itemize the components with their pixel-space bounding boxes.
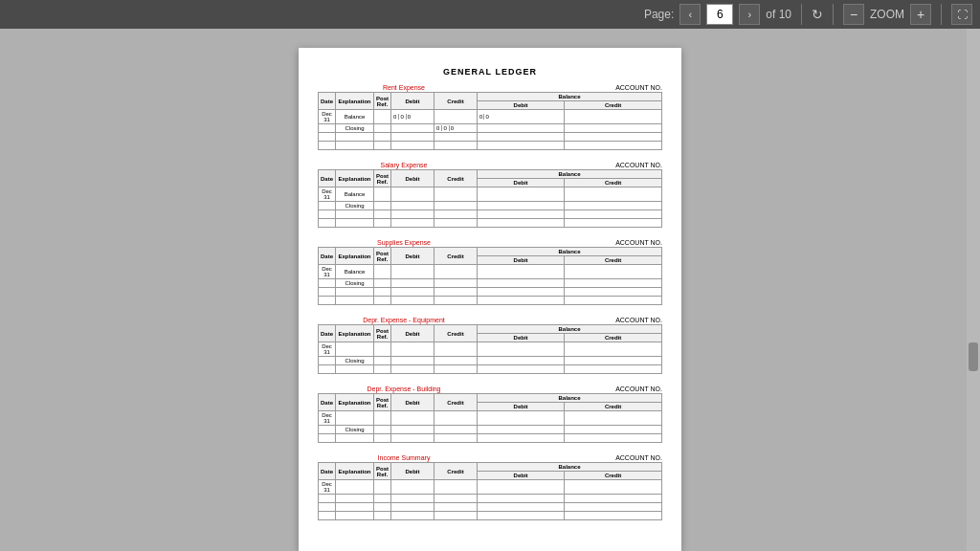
col-header-credit: Credit <box>434 325 478 342</box>
ledger-section-salary-expense: Salary Expense ACCOUNT NO. Date Explanat… <box>318 162 662 228</box>
table-row: Dec 31 Balance 0 0 0 <box>319 110 662 124</box>
divider-2 <box>833 4 834 25</box>
col-header-expl: Explanation <box>336 325 374 342</box>
col-header-balance: Balance <box>478 394 662 403</box>
ledger-section-header-income: Income Summary ACCOUNT NO. <box>318 454 662 461</box>
table-row: Closing <box>319 279 662 288</box>
document-title: GENERAL LEDGER <box>318 67 662 77</box>
document-page: GENERAL LEDGER Rent Expense ACCOUNT NO. … <box>299 48 681 551</box>
expand-button[interactable]: ⛶ <box>951 4 972 25</box>
table-row <box>319 495 662 503</box>
table-row: Closing <box>319 426 662 434</box>
reload-button[interactable]: ↻ <box>812 7 823 22</box>
col-header-debit: Debit <box>391 325 434 342</box>
col-header-credit: Credit <box>434 394 478 411</box>
table-row <box>319 288 662 297</box>
table-row: Dec 31 <box>319 411 662 426</box>
next-page-button[interactable]: › <box>739 4 760 25</box>
col-header-date: Date <box>319 248 336 265</box>
table-row <box>319 503 662 512</box>
cell-credit: 0 0 0 <box>434 124 478 133</box>
col-header-expl: Explanation <box>336 394 374 411</box>
col-header-bal-debit: Debit <box>478 179 565 187</box>
table-row <box>319 512 662 520</box>
account-name-supplies: Supplies Expense <box>318 239 490 246</box>
divider-3 <box>941 4 942 25</box>
divider-1 <box>801 4 802 25</box>
account-no-label-depr-equip: ACCOUNT NO. <box>490 317 662 323</box>
col-header-bal-credit: Credit <box>565 179 662 187</box>
table-row: Closing 0 0 0 <box>319 124 662 133</box>
table-row: Dec 31 Balance <box>319 187 662 202</box>
cell-bal-credit <box>565 110 662 124</box>
cell-post <box>374 124 391 133</box>
col-header-date: Date <box>319 394 336 411</box>
col-header-expl: Explanation <box>336 170 374 187</box>
ledger-table-supplies: Date Explanation Post Ref. Debit Credit … <box>318 247 662 305</box>
account-no-label-supplies: ACCOUNT NO. <box>490 239 662 246</box>
account-name-rent: Rent Expense <box>318 84 490 91</box>
ledger-section-header-supplies: Supplies Expense ACCOUNT NO. <box>318 239 662 246</box>
account-no-label-rent: ACCOUNT NO. <box>490 84 662 91</box>
col-header-credit: Credit <box>434 170 478 187</box>
col-header-date: Date <box>319 325 336 342</box>
col-header-debit: Debit <box>391 170 434 187</box>
zoom-out-button[interactable]: − <box>843 4 864 25</box>
table-row: Closing <box>319 202 662 210</box>
col-header-balance: Balance <box>478 248 662 256</box>
col-header-bal-debit: Debit <box>478 256 565 265</box>
ledger-section-header-depr-equip: Depr. Expense - Equipment ACCOUNT NO. <box>318 317 662 323</box>
col-header-bal-debit: Debit <box>478 472 565 480</box>
col-header-post: Post Ref. <box>374 170 391 187</box>
zoom-in-button[interactable]: + <box>910 4 931 25</box>
col-header-post: Post Ref. <box>374 463 391 480</box>
scrollbar-right[interactable] <box>967 29 980 551</box>
col-header-debit: Debit <box>391 248 434 265</box>
table-row: Dec 31 <box>319 480 662 495</box>
page-of-total: of 10 <box>766 8 791 21</box>
ledger-table-rent: Date Explanation Post Ref. Debit Credit … <box>318 92 662 150</box>
col-header-balance: Balance <box>478 93 662 101</box>
scrollbar-thumb[interactable] <box>969 342 978 371</box>
col-header-bal-debit: Debit <box>478 101 565 110</box>
cell-credit <box>434 110 478 124</box>
main-content-area: GENERAL LEDGER Rent Expense ACCOUNT NO. … <box>0 29 980 551</box>
col-header-expl: Explanation <box>336 248 374 265</box>
table-row <box>319 434 662 443</box>
account-name-depr-bldg: Depr. Expense - Building <box>318 386 490 392</box>
col-header-balance: Balance <box>478 325 662 334</box>
prev-page-button[interactable]: ‹ <box>679 4 701 25</box>
cell-bal-debit: 0 0 <box>478 110 565 124</box>
table-row <box>319 297 662 305</box>
col-header-date: Date <box>319 463 336 480</box>
ledger-table-depr-equip: Date Explanation Post Ref. Debit Credit … <box>318 324 662 374</box>
col-header-post: Post Ref. <box>374 93 391 110</box>
ledger-section-income-summary: Income Summary ACCOUNT NO. Date Explanat… <box>318 454 662 520</box>
col-header-bal-credit: Credit <box>565 101 662 110</box>
col-header-bal-credit: Credit <box>565 472 662 480</box>
account-no-label-depr-bldg: ACCOUNT NO. <box>490 386 662 392</box>
col-header-bal-credit: Credit <box>565 403 662 411</box>
col-header-credit: Credit <box>434 463 478 480</box>
cell-post <box>374 110 391 124</box>
col-header-bal-credit: Credit <box>565 334 662 342</box>
col-header-bal-debit: Debit <box>478 403 565 411</box>
col-header-post: Post Ref. <box>374 325 391 342</box>
col-header-expl: Explanation <box>336 93 374 110</box>
col-header-credit: Credit <box>434 93 478 110</box>
account-name-salary: Salary Expense <box>318 162 490 168</box>
col-header-balance: Balance <box>478 170 662 179</box>
ledger-table-salary: Date Explanation Post Ref. Debit Credit … <box>318 169 662 228</box>
ledger-table-depr-bldg: Date Explanation Post Ref. Debit Credit … <box>318 393 662 443</box>
account-no-label-income: ACCOUNT NO. <box>490 454 662 461</box>
col-header-credit: Credit <box>434 248 478 265</box>
ledger-section-header-salary: Salary Expense ACCOUNT NO. <box>318 162 662 168</box>
table-row: Dec 31 Balance <box>319 265 662 279</box>
page-label: Page: <box>644 8 674 21</box>
ledger-section-supplies-expense: Supplies Expense ACCOUNT NO. Date Explan… <box>318 239 662 305</box>
page-number-input[interactable] <box>706 4 733 25</box>
ledger-section-header-depr-bldg: Depr. Expense - Building ACCOUNT NO. <box>318 386 662 392</box>
table-row <box>319 219 662 228</box>
ledger-section-header-rent: Rent Expense ACCOUNT NO. <box>318 84 662 91</box>
cell-debit <box>391 124 434 133</box>
